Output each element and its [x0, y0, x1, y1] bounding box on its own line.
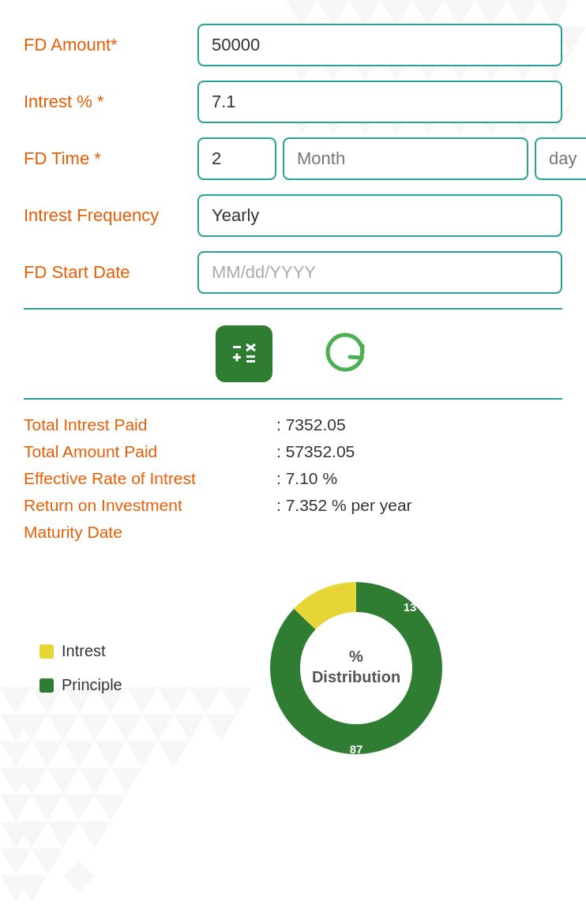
effective-rate-label: Effective Rate of Intrest [24, 469, 276, 488]
fd-amount-label: FD Amount* [24, 35, 197, 55]
calculate-button[interactable] [216, 325, 272, 382]
interest-color-dot [39, 644, 54, 659]
fd-time-month-input[interactable] [283, 137, 528, 180]
roi-value: : 7.352 % per year [276, 496, 412, 515]
total-amount-row: Total Amount Paid : 57352.05 [24, 442, 562, 461]
total-interest-value: : 7352.05 [276, 415, 346, 434]
interest-freq-label: Intrest Frequency [24, 205, 197, 226]
total-interest-label: Total Intrest Paid [24, 415, 276, 434]
maturity-row: Maturity Date [24, 523, 562, 542]
divider-top [24, 308, 562, 310]
interest-row: Intrest % * [24, 81, 562, 123]
total-amount-value: : 57352.05 [276, 442, 355, 461]
svg-rect-93 [246, 360, 255, 362]
label-87: 87 [350, 742, 363, 756]
fd-time-row: FD Time * [24, 137, 562, 180]
svg-rect-91 [236, 354, 239, 362]
svg-marker-75 [63, 794, 95, 821]
refresh-icon [320, 329, 370, 379]
effective-rate-value: : 7.10 % [276, 469, 337, 488]
interest-legend-label: Intrest [62, 642, 106, 660]
svg-marker-81 [0, 848, 32, 875]
interest-freq-row: Intrest Frequency [24, 194, 562, 237]
total-amount-label: Total Amount Paid [24, 442, 276, 461]
fd-time-day-input[interactable] [535, 137, 586, 180]
maturity-label: Maturity Date [24, 523, 276, 542]
fd-start-label: FD Start Date [24, 262, 197, 283]
svg-marker-76 [95, 794, 126, 821]
interest-label: Intrest % * [24, 92, 197, 112]
refresh-button[interactable] [320, 329, 370, 379]
center-text-percent: % [349, 648, 363, 665]
svg-marker-85 [63, 861, 95, 892]
fd-time-label: FD Time * [24, 148, 197, 169]
svg-rect-92 [246, 355, 255, 358]
results-section: Total Intrest Paid : 7352.05 Total Amoun… [24, 415, 562, 542]
principle-color-dot [39, 678, 54, 693]
roi-row: Return on Investment : 7.352 % per year [24, 496, 562, 515]
principle-legend-label: Principle [62, 676, 122, 694]
roi-label: Return on Investment [24, 496, 276, 515]
chart-section: Intrest Principle [24, 565, 562, 771]
chart-legend: Intrest Principle [39, 642, 166, 694]
fd-start-row: FD Start Date [24, 251, 562, 294]
svg-marker-73 [0, 794, 32, 821]
donut-svg: % Distribution 13 87 [254, 565, 459, 771]
center-text-distribution: Distribution [312, 668, 400, 685]
label-13: 13 [404, 600, 417, 614]
svg-marker-78 [47, 821, 79, 848]
donut-chart-container: % Distribution 13 87 [166, 565, 547, 771]
divider-bottom [24, 398, 562, 400]
fd-start-input[interactable] [197, 251, 562, 294]
total-interest-row: Total Intrest Paid : 7352.05 [24, 415, 562, 434]
effective-rate-row: Effective Rate of Intrest : 7.10 % [24, 469, 562, 488]
calc-icon [228, 338, 260, 370]
actions-row [24, 325, 562, 382]
interest-freq-input[interactable] [197, 194, 562, 237]
fd-time-num-input[interactable] [197, 137, 276, 180]
svg-rect-87 [233, 346, 241, 348]
svg-marker-74 [32, 794, 63, 821]
legend-interest: Intrest [39, 642, 166, 660]
svg-marker-82 [32, 848, 63, 875]
svg-marker-79 [79, 821, 111, 848]
legend-principle: Principle [39, 676, 166, 694]
interest-input[interactable] [197, 81, 562, 123]
fd-time-inputs [197, 137, 586, 180]
fd-amount-row: FD Amount* [24, 24, 562, 66]
fd-amount-input[interactable] [197, 24, 562, 66]
